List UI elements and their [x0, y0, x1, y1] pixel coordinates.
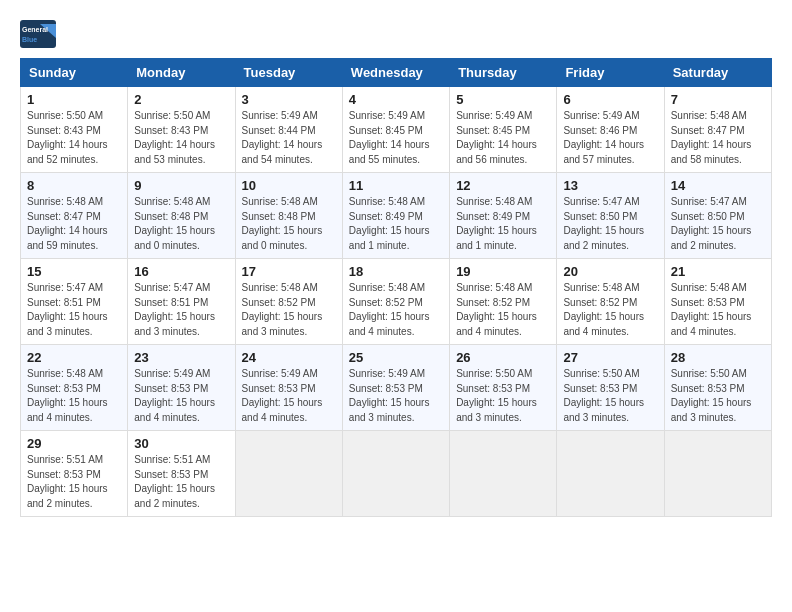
calendar-header-thursday: Thursday: [450, 59, 557, 87]
day-info: Sunrise: 5:48 AMSunset: 8:49 PMDaylight:…: [349, 195, 443, 253]
day-number: 3: [242, 92, 336, 107]
day-info: Sunrise: 5:51 AMSunset: 8:53 PMDaylight:…: [27, 453, 121, 511]
day-number: 12: [456, 178, 550, 193]
calendar-week-row: 8Sunrise: 5:48 AMSunset: 8:47 PMDaylight…: [21, 173, 772, 259]
day-info: Sunrise: 5:48 AMSunset: 8:47 PMDaylight:…: [671, 109, 765, 167]
day-info: Sunrise: 5:48 AMSunset: 8:53 PMDaylight:…: [27, 367, 121, 425]
day-info: Sunrise: 5:47 AMSunset: 8:50 PMDaylight:…: [563, 195, 657, 253]
day-number: 5: [456, 92, 550, 107]
day-info: Sunrise: 5:50 AMSunset: 8:53 PMDaylight:…: [671, 367, 765, 425]
day-info: Sunrise: 5:47 AMSunset: 8:51 PMDaylight:…: [27, 281, 121, 339]
calendar-cell: 22Sunrise: 5:48 AMSunset: 8:53 PMDayligh…: [21, 345, 128, 431]
logo: General Blue: [20, 20, 56, 48]
calendar-cell: [557, 431, 664, 517]
day-info: Sunrise: 5:47 AMSunset: 8:51 PMDaylight:…: [134, 281, 228, 339]
logo-icon: General Blue: [20, 20, 56, 48]
calendar-cell: 26Sunrise: 5:50 AMSunset: 8:53 PMDayligh…: [450, 345, 557, 431]
calendar-cell: 5Sunrise: 5:49 AMSunset: 8:45 PMDaylight…: [450, 87, 557, 173]
calendar-cell: 27Sunrise: 5:50 AMSunset: 8:53 PMDayligh…: [557, 345, 664, 431]
day-info: Sunrise: 5:50 AMSunset: 8:53 PMDaylight:…: [563, 367, 657, 425]
day-info: Sunrise: 5:49 AMSunset: 8:45 PMDaylight:…: [456, 109, 550, 167]
calendar-cell: 30Sunrise: 5:51 AMSunset: 8:53 PMDayligh…: [128, 431, 235, 517]
day-info: Sunrise: 5:48 AMSunset: 8:48 PMDaylight:…: [242, 195, 336, 253]
calendar-cell: 11Sunrise: 5:48 AMSunset: 8:49 PMDayligh…: [342, 173, 449, 259]
day-number: 27: [563, 350, 657, 365]
calendar-cell: 19Sunrise: 5:48 AMSunset: 8:52 PMDayligh…: [450, 259, 557, 345]
calendar-cell: 2Sunrise: 5:50 AMSunset: 8:43 PMDaylight…: [128, 87, 235, 173]
day-info: Sunrise: 5:49 AMSunset: 8:53 PMDaylight:…: [242, 367, 336, 425]
day-info: Sunrise: 5:48 AMSunset: 8:52 PMDaylight:…: [563, 281, 657, 339]
calendar-cell: 9Sunrise: 5:48 AMSunset: 8:48 PMDaylight…: [128, 173, 235, 259]
day-info: Sunrise: 5:49 AMSunset: 8:45 PMDaylight:…: [349, 109, 443, 167]
day-number: 19: [456, 264, 550, 279]
calendar-header-tuesday: Tuesday: [235, 59, 342, 87]
day-number: 8: [27, 178, 121, 193]
calendar-cell: 25Sunrise: 5:49 AMSunset: 8:53 PMDayligh…: [342, 345, 449, 431]
day-number: 1: [27, 92, 121, 107]
calendar-week-row: 15Sunrise: 5:47 AMSunset: 8:51 PMDayligh…: [21, 259, 772, 345]
day-number: 24: [242, 350, 336, 365]
calendar-cell: 10Sunrise: 5:48 AMSunset: 8:48 PMDayligh…: [235, 173, 342, 259]
calendar-cell: [342, 431, 449, 517]
day-number: 18: [349, 264, 443, 279]
day-info: Sunrise: 5:48 AMSunset: 8:48 PMDaylight:…: [134, 195, 228, 253]
calendar-cell: [664, 431, 771, 517]
calendar-header-monday: Monday: [128, 59, 235, 87]
day-number: 11: [349, 178, 443, 193]
day-info: Sunrise: 5:48 AMSunset: 8:49 PMDaylight:…: [456, 195, 550, 253]
calendar-cell: 7Sunrise: 5:48 AMSunset: 8:47 PMDaylight…: [664, 87, 771, 173]
svg-text:General: General: [22, 26, 48, 33]
calendar-cell: 15Sunrise: 5:47 AMSunset: 8:51 PMDayligh…: [21, 259, 128, 345]
page-header: General Blue: [20, 20, 772, 48]
day-number: 9: [134, 178, 228, 193]
day-number: 21: [671, 264, 765, 279]
calendar-cell: 1Sunrise: 5:50 AMSunset: 8:43 PMDaylight…: [21, 87, 128, 173]
day-number: 14: [671, 178, 765, 193]
calendar-cell: 24Sunrise: 5:49 AMSunset: 8:53 PMDayligh…: [235, 345, 342, 431]
calendar-cell: 29Sunrise: 5:51 AMSunset: 8:53 PMDayligh…: [21, 431, 128, 517]
day-info: Sunrise: 5:48 AMSunset: 8:52 PMDaylight:…: [456, 281, 550, 339]
calendar-table: SundayMondayTuesdayWednesdayThursdayFrid…: [20, 58, 772, 517]
calendar-cell: 4Sunrise: 5:49 AMSunset: 8:45 PMDaylight…: [342, 87, 449, 173]
calendar-cell: 14Sunrise: 5:47 AMSunset: 8:50 PMDayligh…: [664, 173, 771, 259]
calendar-header-friday: Friday: [557, 59, 664, 87]
day-number: 2: [134, 92, 228, 107]
day-number: 10: [242, 178, 336, 193]
day-number: 29: [27, 436, 121, 451]
calendar-cell: 12Sunrise: 5:48 AMSunset: 8:49 PMDayligh…: [450, 173, 557, 259]
day-info: Sunrise: 5:49 AMSunset: 8:44 PMDaylight:…: [242, 109, 336, 167]
calendar-cell: 8Sunrise: 5:48 AMSunset: 8:47 PMDaylight…: [21, 173, 128, 259]
calendar-cell: [450, 431, 557, 517]
day-info: Sunrise: 5:50 AMSunset: 8:43 PMDaylight:…: [134, 109, 228, 167]
day-number: 6: [563, 92, 657, 107]
day-info: Sunrise: 5:49 AMSunset: 8:53 PMDaylight:…: [134, 367, 228, 425]
calendar-cell: 18Sunrise: 5:48 AMSunset: 8:52 PMDayligh…: [342, 259, 449, 345]
calendar-header-row: SundayMondayTuesdayWednesdayThursdayFrid…: [21, 59, 772, 87]
calendar-week-row: 22Sunrise: 5:48 AMSunset: 8:53 PMDayligh…: [21, 345, 772, 431]
calendar-week-row: 29Sunrise: 5:51 AMSunset: 8:53 PMDayligh…: [21, 431, 772, 517]
calendar-cell: 20Sunrise: 5:48 AMSunset: 8:52 PMDayligh…: [557, 259, 664, 345]
day-number: 4: [349, 92, 443, 107]
day-number: 26: [456, 350, 550, 365]
day-number: 20: [563, 264, 657, 279]
day-info: Sunrise: 5:48 AMSunset: 8:52 PMDaylight:…: [242, 281, 336, 339]
calendar-cell: 17Sunrise: 5:48 AMSunset: 8:52 PMDayligh…: [235, 259, 342, 345]
calendar-header-saturday: Saturday: [664, 59, 771, 87]
day-number: 22: [27, 350, 121, 365]
calendar-cell: 13Sunrise: 5:47 AMSunset: 8:50 PMDayligh…: [557, 173, 664, 259]
day-info: Sunrise: 5:48 AMSunset: 8:47 PMDaylight:…: [27, 195, 121, 253]
calendar-cell: 23Sunrise: 5:49 AMSunset: 8:53 PMDayligh…: [128, 345, 235, 431]
calendar-cell: 28Sunrise: 5:50 AMSunset: 8:53 PMDayligh…: [664, 345, 771, 431]
calendar-header-wednesday: Wednesday: [342, 59, 449, 87]
day-number: 23: [134, 350, 228, 365]
day-number: 7: [671, 92, 765, 107]
day-info: Sunrise: 5:47 AMSunset: 8:50 PMDaylight:…: [671, 195, 765, 253]
day-info: Sunrise: 5:50 AMSunset: 8:43 PMDaylight:…: [27, 109, 121, 167]
calendar-cell: 21Sunrise: 5:48 AMSunset: 8:53 PMDayligh…: [664, 259, 771, 345]
day-number: 16: [134, 264, 228, 279]
calendar-week-row: 1Sunrise: 5:50 AMSunset: 8:43 PMDaylight…: [21, 87, 772, 173]
day-info: Sunrise: 5:48 AMSunset: 8:52 PMDaylight:…: [349, 281, 443, 339]
calendar-cell: 16Sunrise: 5:47 AMSunset: 8:51 PMDayligh…: [128, 259, 235, 345]
calendar-cell: [235, 431, 342, 517]
day-info: Sunrise: 5:48 AMSunset: 8:53 PMDaylight:…: [671, 281, 765, 339]
